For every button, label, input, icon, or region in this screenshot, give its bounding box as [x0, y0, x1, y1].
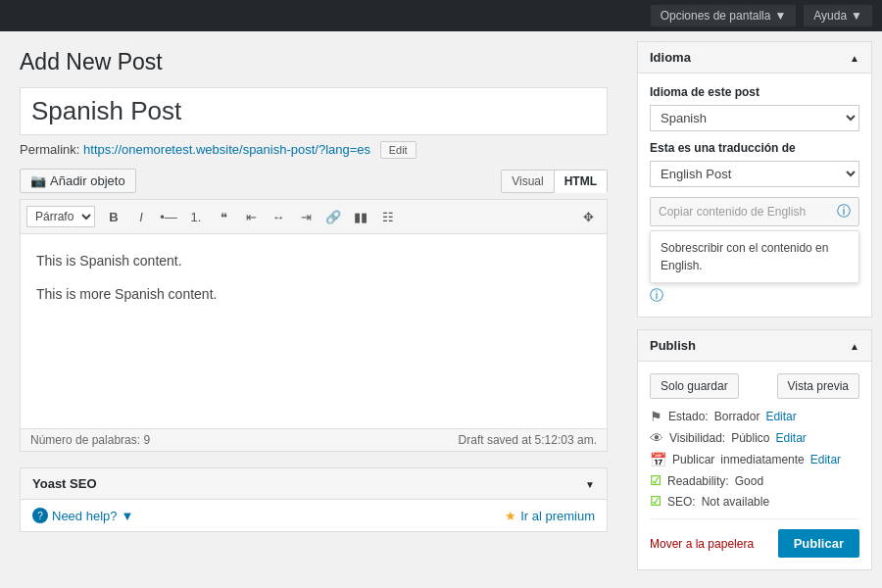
visual-tab[interactable]: Visual: [501, 170, 554, 193]
more-tag-button[interactable]: ▮▮: [348, 204, 373, 229]
flag-icon: ⚑: [650, 409, 662, 424]
editor-content-line2: This is more Spanish content.: [36, 283, 591, 307]
post-title-input[interactable]: [20, 87, 608, 135]
permalink-edit-button[interactable]: Edit: [380, 141, 416, 159]
align-left-button[interactable]: ⇤: [238, 204, 264, 229]
publish-footer: Mover a la papelera Publicar: [650, 518, 859, 558]
draft-saved: Draft saved at 5:12:03 am.: [459, 433, 597, 447]
chevron-down-icon: ▼: [774, 9, 786, 23]
yoast-footer: ? Need help? ▼ ★ Ir al premium: [21, 500, 607, 531]
editor-area[interactable]: This is Spanish content. This is more Sp…: [20, 233, 608, 429]
ordered-list-button[interactable]: 1.: [183, 204, 209, 229]
estado-meta: ⚑ Estado: Borrador Editar: [650, 409, 859, 424]
copy-content-area: Copiar contenido de English ⓘ Sobrescrib…: [650, 197, 859, 305]
idioma-header[interactable]: Idioma: [638, 42, 871, 74]
editor-content-line1: This is Spanish content.: [36, 250, 591, 273]
seo-meta: ☑ SEO: Not available: [650, 494, 859, 509]
table-button[interactable]: ☷: [375, 204, 401, 229]
bold-button[interactable]: B: [101, 204, 126, 229]
yoast-section: Yoast SEO ? Need help? ▼ ★ Ir al premium: [20, 467, 608, 532]
idioma-select[interactable]: Spanish: [650, 105, 859, 131]
format-select[interactable]: Párrafo: [26, 206, 95, 227]
editor-view-tabs: Visual HTML: [501, 170, 608, 193]
blockquote-button[interactable]: ❝: [211, 204, 236, 229]
copy-content-tooltip: Sobrescribir con el contenido en English…: [650, 230, 859, 283]
publish-body: Solo guardar Vista previa ⚑ Estado: Borr…: [638, 362, 871, 569]
expand-button[interactable]: ✥: [575, 204, 601, 229]
estado-edit-link[interactable]: Editar: [765, 410, 796, 423]
mover-papelera-link[interactable]: Mover a la papelera: [650, 537, 754, 551]
publish-box: Publish Solo guardar Vista previa ⚑ Esta…: [637, 329, 872, 570]
permalink: Permalink: https://onemoretest.website/s…: [20, 141, 608, 159]
readability-icon: ☑: [650, 473, 662, 488]
link-button[interactable]: 🔗: [320, 204, 346, 229]
publicar-edit-link[interactable]: Editar: [810, 453, 841, 466]
editor-footer: Número de palabras: 9 Draft saved at 5:1…: [20, 429, 608, 452]
top-bar: Opciones de pantalla ▼ Ayuda ▼: [0, 0, 882, 31]
word-count: Número de palabras: 9: [30, 433, 150, 447]
publish-buttons: Solo guardar Vista previa: [650, 373, 859, 399]
translation-select[interactable]: English Post: [650, 161, 859, 187]
align-right-button[interactable]: ⇥: [293, 204, 318, 229]
opciones-de-pantalla-button[interactable]: Opciones de pantalla ▼: [651, 5, 797, 26]
vista-previa-button[interactable]: Vista previa: [777, 373, 859, 399]
help-icon[interactable]: ⓘ: [837, 203, 851, 220]
seo-icon: ☑: [650, 494, 662, 509]
yoast-help[interactable]: ? Need help? ▼: [32, 508, 133, 523]
visibilidad-edit-link[interactable]: Editar: [776, 431, 807, 445]
copy-content-button[interactable]: Copiar contenido de English ⓘ: [650, 197, 859, 226]
question-icon: ?: [32, 508, 48, 523]
traduccion-label: Esta es una traducción de: [650, 141, 859, 155]
italic-button[interactable]: I: [128, 204, 154, 229]
yoast-chevron-icon: [585, 476, 595, 491]
publicar-meta: 📅 Publicar inmediatamente Editar: [650, 452, 859, 467]
yoast-premium[interactable]: ★ Ir al premium: [505, 509, 595, 523]
visibilidad-meta: 👁 Visibilidad: Público Editar: [650, 430, 859, 446]
media-icon: 📷: [30, 173, 46, 188]
chevron-down-icon: ▼: [851, 9, 862, 23]
eye-icon: 👁: [650, 430, 663, 446]
yoast-header[interactable]: Yoast SEO: [21, 468, 607, 500]
solo-guardar-button[interactable]: Solo guardar: [650, 373, 739, 399]
publicar-button[interactable]: Publicar: [778, 529, 859, 558]
ayuda-button[interactable]: Ayuda ▼: [804, 5, 872, 26]
star-icon: ★: [505, 509, 516, 523]
idioma-chevron-icon: [850, 50, 859, 65]
page-wrapper: Add New Post Permalink: https://onemoret…: [0, 31, 882, 588]
add-media-button[interactable]: 📷 Añadir objeto: [20, 169, 136, 193]
readability-meta: ☑ Readability: Good: [650, 473, 859, 488]
publish-header[interactable]: Publish: [638, 330, 871, 362]
editor-toolbar-top: 📷 Añadir objeto Visual HTML: [20, 169, 608, 193]
main-content: Add New Post Permalink: https://onemoret…: [0, 31, 627, 588]
page-title: Add New Post: [20, 49, 608, 75]
align-center-button[interactable]: ↔: [266, 204, 291, 229]
idioma-box: Idioma Idioma de este post Spanish Esta …: [637, 41, 872, 318]
calendar-icon: 📅: [650, 452, 666, 467]
publish-chevron-icon: [850, 338, 859, 353]
tooltip-help-icon[interactable]: ⓘ: [650, 287, 663, 303]
chevron-down-icon: ▼: [122, 509, 134, 523]
format-toolbar: Párrafo B I •— 1. ❝ ⇤ ↔ ⇥ 🔗 ▮▮ ☷ ✥: [20, 199, 608, 233]
sidebar: Idioma Idioma de este post Spanish Esta …: [627, 31, 882, 588]
idioma-body: Idioma de este post Spanish Esta es una …: [638, 74, 871, 317]
unordered-list-button[interactable]: •—: [156, 204, 181, 229]
idioma-de-este-post-label: Idioma de este post: [650, 85, 859, 99]
html-tab[interactable]: HTML: [555, 170, 608, 193]
permalink-link[interactable]: https://onemoretest.website/spanish-post…: [83, 142, 370, 157]
